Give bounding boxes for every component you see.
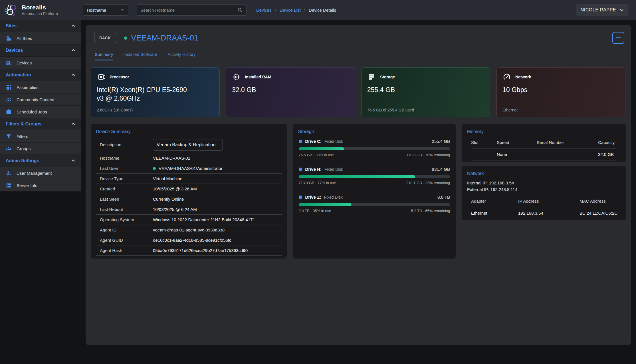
search-box[interactable]	[137, 4, 247, 16]
sidebar-section-filters-groups[interactable]: Filters & Groups	[0, 118, 81, 130]
building-icon	[6, 35, 12, 41]
tab-summary[interactable]: Summary	[95, 52, 113, 60]
summary-label: Device Type	[100, 176, 153, 181]
chevron-up-icon	[71, 122, 76, 126]
chevron-down-icon	[619, 8, 624, 12]
memory-col-speed: Speed	[497, 138, 537, 148]
detail-panels: Device Summary Description Hostname VEEA…	[91, 124, 626, 259]
sidebar-item-groups[interactable]: Groups	[0, 143, 81, 155]
breadcrumb-separator: ›	[275, 8, 276, 12]
sidebar-item-label: All Sites	[17, 36, 32, 41]
drive-used-text: 713.3 GB - 77% in use	[299, 181, 336, 185]
search-field-select-value: Hostname	[87, 8, 106, 13]
summary-label: Last Seen	[100, 197, 153, 202]
drive-type: Fixed Disk	[324, 195, 342, 200]
sidebar-item-label: Scheduled Jobs	[17, 109, 47, 114]
speed-gauge-icon	[502, 73, 511, 81]
summary-value: 10/05/2025 @ 3:26 AM	[153, 186, 197, 191]
user-menu-button[interactable]: NICOLE RAPPE	[576, 4, 629, 16]
summary-row-last-user: Last User VEEAM-DRAAS-01\Administrator	[96, 163, 282, 174]
breadcrumb-devices[interactable]: Devices	[256, 8, 271, 13]
drive-usage-track	[299, 203, 450, 206]
description-input[interactable]	[153, 139, 223, 151]
network-mac-value: BC:24:11:CA:C6:2C	[580, 207, 617, 219]
storage-stack-icon	[367, 73, 376, 81]
memory-col-capacity: Capacity	[598, 138, 617, 148]
network-col-adapter: Adapter	[471, 197, 518, 207]
sidebar-section-sites[interactable]: Sites	[0, 20, 81, 32]
user-gear-icon	[6, 170, 12, 176]
drive-bullet-icon	[299, 140, 302, 143]
summary-value: Currently Online	[153, 197, 184, 202]
right-column: Memory Slot Speed Serial Number Capacity…	[462, 124, 626, 220]
ram-icon	[232, 73, 241, 81]
summary-row-hostname: Hostname VEEAM-DRAAS-01	[96, 153, 282, 163]
device-details-panel: BACK VEEAM-DRAAS-01 ••• Summary Installe…	[86, 25, 631, 345]
sidebar-item-user-management[interactable]: User Management	[0, 167, 81, 179]
briefcase-icon	[6, 109, 12, 115]
sidebar-item-server-info[interactable]: Server Info	[0, 179, 81, 192]
summary-row-agent-hash: Agent Hash 05ba0e7935171d626ecea29b27d7a…	[96, 245, 282, 256]
search-input[interactable]	[140, 8, 237, 13]
sidebar-item-label: Devices	[17, 60, 32, 65]
drive-remaining-text: 218.1 GB - 23% remaining	[406, 181, 450, 185]
summary-row-operating-system: Operating System Windows 10 2022 Datacen…	[96, 215, 282, 225]
device-tabs: Summary Installed Software Activity Hist…	[95, 52, 626, 60]
summary-label: Created	[100, 186, 153, 191]
summary-row-agent-guid: Agent GUID de16c0c1-8aa2-4d18-9585-9ce91…	[96, 235, 282, 245]
online-status-dot	[153, 167, 156, 170]
processor-value: Intel(R) Xeon(R) CPU E5-2690 v3 @ 2.60GH…	[97, 86, 191, 103]
sidebar-item-all-sites[interactable]: All Sites	[0, 32, 81, 44]
network-ip-value: 192.168.3.54	[518, 207, 580, 219]
summary-value: veeam-draas-01-agent-svc-8930a338	[153, 227, 225, 232]
back-button[interactable]: BACK	[94, 33, 116, 43]
caret-down-icon	[120, 8, 124, 12]
summary-row-last-reboot: Last Reboot 10/03/2025 @ 6:24 AM	[96, 204, 282, 215]
summary-label: Operating System	[100, 217, 153, 222]
sidebar-item-devices[interactable]: Devices	[0, 57, 81, 69]
topbar: Borealis Automation Platform Hostname De…	[0, 0, 636, 20]
sidebar-item-scheduled-jobs[interactable]: Scheduled Jobs	[0, 106, 81, 118]
drive-row-c: Drive C: Fixed Disk 255.4 GB 76.5 GB - 3…	[298, 134, 451, 162]
rabbit-logo-icon	[3, 3, 18, 17]
filter-icon	[6, 133, 12, 139]
grid-icon	[6, 84, 12, 90]
storage-footer: 76.5 GB of 255.4 GB used	[367, 108, 414, 112]
device-header: BACK VEEAM-DRAAS-01 •••	[94, 32, 624, 44]
network-footer: Ethernet	[502, 108, 518, 112]
sidebar-section-label: Sites	[6, 23, 17, 29]
storage-panel: Storage Drive C: Fixed Disk 255.4 GB 76.…	[293, 124, 456, 259]
breadcrumb-device-list[interactable]: Device List	[280, 8, 300, 13]
online-status-dot	[124, 36, 127, 40]
brand-text: Borealis Automation Platform	[22, 4, 58, 16]
summary-label: Last Reboot	[100, 207, 153, 212]
tab-installed-software[interactable]: Installed Software	[123, 52, 157, 60]
sidebar-section-automation[interactable]: Automation	[0, 69, 81, 81]
sidebar-section-admin-settings[interactable]: Admin Settings	[0, 155, 81, 167]
breadcrumb-current: Device Details	[309, 8, 336, 13]
storage-panel-title: Storage	[298, 129, 451, 134]
memory-capacity-value: 32.0 GB	[598, 148, 617, 160]
drive-used-text: 2.8 TB - 35% in use	[299, 209, 331, 213]
memory-table: Slot Speed Serial Number Capacity None 3…	[467, 138, 621, 160]
drive-usage-bar	[299, 175, 415, 178]
internal-ip: Internal IP: 192.168.3.54	[467, 180, 621, 186]
sidebar-item-community-content[interactable]: Community Content	[0, 93, 81, 106]
more-actions-button[interactable]: •••	[612, 32, 624, 44]
stat-cards: Processor Intel(R) Xeon(R) CPU E5-2690 v…	[91, 67, 626, 117]
sidebar-item-label: User Management	[17, 171, 52, 176]
summary-value: VEEAM-DRAAS-01\Administrator	[153, 166, 222, 171]
sidebar-item-filters[interactable]: Filters	[0, 130, 81, 143]
summary-value: Virtual Machine	[153, 176, 182, 181]
drive-type: Fixed Disk	[324, 167, 343, 172]
device-title: VEEAM-DRAAS-01	[131, 34, 199, 42]
device-summary-table: Description Hostname VEEAM-DRAAS-01 Last…	[96, 137, 282, 256]
sidebar-item-assemblies[interactable]: Assemblies	[0, 81, 81, 93]
sidebar-section-label: Automation	[6, 72, 31, 78]
network-col-ip: IP Address	[518, 197, 580, 207]
search-field-select[interactable]: Hostname	[83, 4, 128, 16]
drive-size: 255.4 GB	[432, 139, 450, 144]
tab-activity-history[interactable]: Activity History	[167, 52, 195, 60]
drive-remaining-text: 5.2 TB - 65% remaining	[411, 209, 450, 213]
sidebar-section-devices[interactable]: Devices	[0, 44, 81, 57]
